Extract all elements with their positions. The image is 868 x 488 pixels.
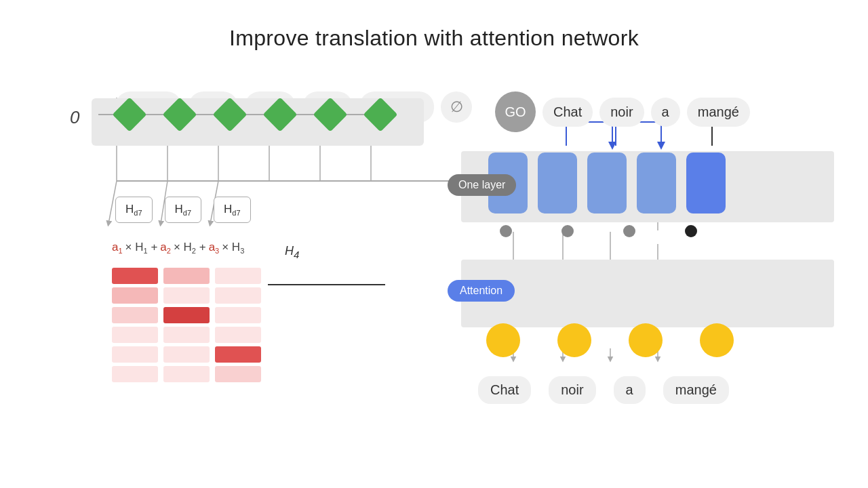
heatmap-cell (163, 346, 210, 363)
heatmap-cell (215, 287, 261, 304)
middle-dot-1 (500, 225, 512, 237)
heatmap-cell (112, 327, 158, 343)
diamond-5 (313, 98, 348, 132)
one-layer-label: One layer (448, 174, 516, 196)
attention-label: Attention (448, 280, 515, 302)
heatmap-cell (215, 268, 261, 284)
diamond-6 (363, 98, 398, 132)
heatmap-col-1 (112, 268, 158, 382)
page-title: Improve translation with attention netwo… (0, 0, 868, 51)
token-chat-out: Chat (542, 98, 593, 127)
heatmap-cell (112, 366, 158, 382)
heatmap-cell (163, 327, 210, 343)
decoder-blocks (488, 152, 726, 214)
diamond-4 (263, 98, 298, 132)
heatmap-cell (215, 346, 261, 363)
token-a-out: a (651, 98, 680, 127)
h4-label: H4 (285, 244, 299, 260)
attention-heatmap (112, 268, 261, 382)
heatmap-cell (163, 307, 210, 323)
attention-formula: a1 × H1 + a2 × H2 + a3 × H3 (112, 241, 244, 255)
decoder-block-5 (686, 152, 726, 214)
hidden-box-1: Hd7 (115, 197, 153, 223)
decoder-block-2 (538, 152, 577, 214)
yellow-circle-4 (700, 323, 734, 357)
heatmap-cell (112, 268, 158, 284)
heatmap-cell (163, 268, 210, 284)
bottom-token-a: a (614, 376, 646, 404)
diamond-2 (163, 98, 197, 132)
right-section: GO Chat noir a mangé One layer Attention… (468, 78, 848, 471)
output-tokens-row: GO Chat noir a mangé (495, 92, 750, 132)
yellow-circle-3 (629, 323, 663, 357)
heatmap-cell (163, 287, 210, 304)
decoder-block-4 (637, 152, 676, 214)
hidden-box-2: Hd7 (165, 197, 202, 223)
bottom-tokens-row: Chat noir a mangé (478, 376, 729, 404)
heatmap-col-3 (215, 268, 261, 382)
diamond-3 (213, 98, 248, 132)
attention-band (461, 260, 834, 327)
decoder-block-3 (587, 152, 627, 214)
heatmap-cell (215, 327, 261, 343)
token-noir-out: noir (599, 98, 644, 127)
bottom-token-noir: noir (549, 376, 595, 404)
hidden-states-row: Hd7 Hd7 Hd7 (115, 197, 251, 223)
heatmap-cell (215, 307, 261, 323)
middle-dot-2 (561, 225, 574, 237)
diamond-1 (113, 98, 147, 132)
yellow-circle-1 (486, 323, 520, 357)
yellow-circle-2 (557, 323, 591, 357)
bottom-token-chat: Chat (478, 376, 531, 404)
token-go: GO (495, 92, 536, 132)
bottom-token-mange: mangé (663, 376, 729, 404)
heatmap-cell (163, 366, 210, 382)
heatmap-cell (112, 307, 158, 323)
middle-dot-4 (685, 225, 697, 237)
heatmap-cell (112, 346, 158, 363)
heatmap-col-2 (163, 268, 210, 382)
middle-dots (500, 225, 697, 237)
heatmap-cell (112, 287, 158, 304)
heatmap-cell (215, 366, 261, 382)
yellow-circles (486, 323, 734, 357)
encoder-diamonds (98, 102, 393, 127)
token-mange-out: mangé (687, 98, 750, 127)
hidden-box-3: Hd7 (214, 197, 251, 223)
zero-label: 0 (70, 107, 79, 128)
middle-dot-3 (623, 225, 635, 237)
